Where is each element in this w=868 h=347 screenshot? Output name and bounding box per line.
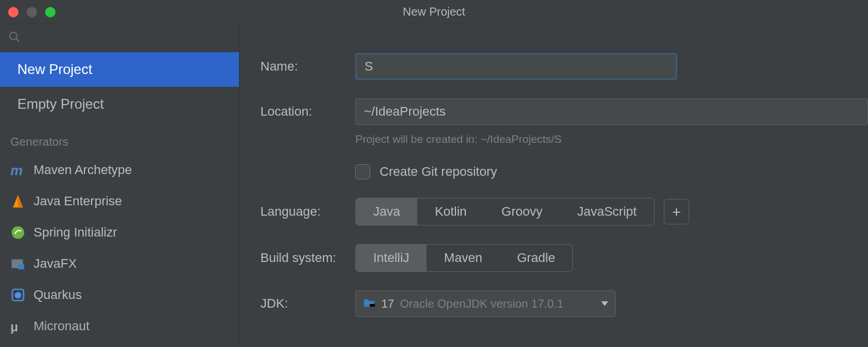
sidebar: New Project Empty Project Generators m M… bbox=[0, 24, 240, 347]
spring-icon bbox=[10, 225, 25, 240]
build-gradle[interactable]: Gradle bbox=[499, 245, 572, 271]
maximize-window-button[interactable] bbox=[45, 7, 56, 17]
java-ee-icon bbox=[10, 194, 25, 209]
javafx-icon bbox=[10, 256, 25, 271]
svg-text:μ: μ bbox=[10, 320, 18, 334]
generator-label: Micronaut bbox=[34, 319, 90, 334]
build-intellij[interactable]: IntelliJ bbox=[356, 245, 426, 271]
svg-rect-5 bbox=[18, 264, 24, 270]
svg-point-0 bbox=[10, 32, 17, 39]
window-controls bbox=[8, 7, 56, 17]
generator-javafx[interactable]: JavaFX bbox=[0, 248, 239, 279]
language-label: Language: bbox=[240, 204, 355, 219]
generator-label: Java Enterprise bbox=[34, 194, 122, 209]
language-groovy[interactable]: Groovy bbox=[484, 198, 560, 225]
jdk-label: JDK: bbox=[240, 296, 355, 311]
jdk-description: Oracle OpenJDK version 17.0.1 bbox=[400, 297, 563, 311]
sidebar-item-label: New Project bbox=[17, 61, 92, 77]
name-input[interactable] bbox=[355, 53, 677, 80]
jdk-dropdown[interactable]: 17 Oracle OpenJDK version 17.0.1 bbox=[355, 290, 616, 317]
generator-micronaut[interactable]: μ Micronaut bbox=[0, 311, 239, 342]
minimize-window-button[interactable] bbox=[27, 7, 37, 17]
sidebar-search[interactable] bbox=[0, 24, 239, 52]
generator-quarkus[interactable]: Quarkus bbox=[0, 279, 239, 311]
language-segmented: Java Kotlin Groovy JavaScript bbox=[355, 198, 654, 226]
generator-maven-archetype[interactable]: m Maven Archetype bbox=[0, 154, 239, 186]
generator-label: Spring Initializr bbox=[34, 225, 117, 240]
add-language-button[interactable]: + bbox=[664, 199, 689, 224]
sidebar-section-generators: Generators bbox=[0, 121, 239, 154]
location-input[interactable] bbox=[355, 98, 868, 125]
build-system-label: Build system: bbox=[240, 250, 355, 265]
name-label: Name: bbox=[240, 59, 355, 74]
sidebar-item-empty-project[interactable]: Empty Project bbox=[0, 87, 239, 121]
chevron-down-icon bbox=[601, 301, 608, 306]
build-system-segmented: IntelliJ Maven Gradle bbox=[355, 244, 573, 272]
main-form: Name: Location: Project will be created … bbox=[240, 24, 868, 347]
svg-line-1 bbox=[16, 38, 20, 42]
search-icon bbox=[8, 31, 21, 46]
sidebar-item-new-project[interactable]: New Project bbox=[0, 52, 239, 87]
svg-point-3 bbox=[12, 226, 24, 239]
jdk-version: 17 bbox=[381, 297, 394, 311]
svg-marker-7 bbox=[15, 292, 21, 299]
build-maven[interactable]: Maven bbox=[426, 245, 499, 271]
language-java[interactable]: Java bbox=[356, 198, 417, 225]
svg-text:m: m bbox=[10, 163, 23, 178]
generator-label: Quarkus bbox=[34, 287, 82, 302]
quarkus-icon bbox=[10, 287, 25, 302]
generator-label: JavaFX bbox=[34, 256, 77, 271]
generator-label: Maven Archetype bbox=[34, 163, 132, 178]
maven-icon: m bbox=[10, 163, 25, 178]
language-javascript[interactable]: JavaScript bbox=[560, 198, 654, 225]
titlebar: New Project bbox=[0, 0, 868, 24]
micronaut-icon: μ bbox=[10, 319, 25, 334]
git-checkbox[interactable] bbox=[355, 164, 370, 179]
location-label: Location: bbox=[240, 104, 355, 119]
jdk-folder-icon bbox=[363, 297, 376, 311]
svg-rect-9 bbox=[370, 304, 375, 307]
git-checkbox-label: Create Git repository bbox=[380, 164, 497, 179]
window-title: New Project bbox=[403, 5, 465, 19]
generator-spring-initializr[interactable]: Spring Initializr bbox=[0, 217, 239, 248]
sidebar-item-label: Empty Project bbox=[17, 96, 104, 112]
location-hint: Project will be created in: ~/IdeaProjec… bbox=[355, 133, 868, 146]
generator-java-enterprise[interactable]: Java Enterprise bbox=[0, 186, 239, 217]
close-window-button[interactable] bbox=[8, 7, 19, 17]
language-kotlin[interactable]: Kotlin bbox=[417, 198, 484, 225]
